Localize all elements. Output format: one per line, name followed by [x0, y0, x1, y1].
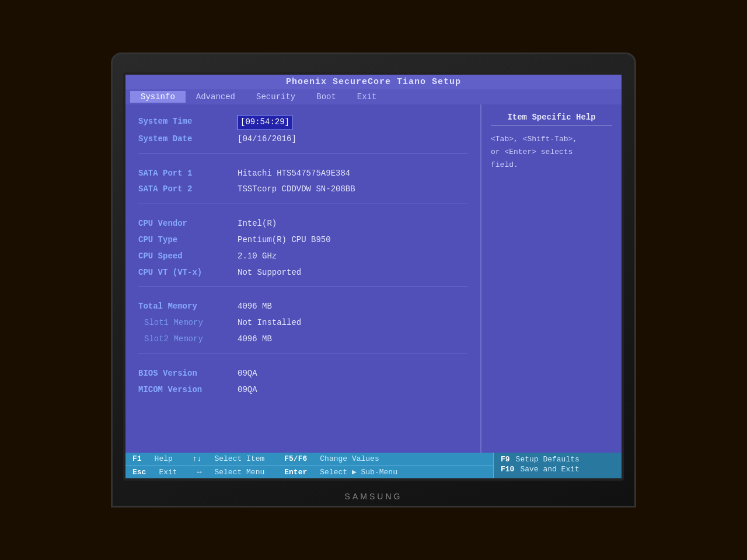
cpu-type-label: CPU Type: [138, 233, 238, 247]
cpu-speed-row: CPU Speed 2.10 GHz: [138, 250, 467, 264]
f9-row: F9 Setup Defaults: [501, 454, 615, 464]
bios-info-panel: System Time [09:54:29] System Date [04/1…: [125, 104, 481, 453]
micom-version-value: 09QA: [238, 383, 257, 397]
f9-key: F9: [501, 455, 510, 464]
sata1-row: SATA Port 1 Hitachi HTS547575A9E384: [138, 167, 467, 181]
cpu-speed-label: CPU Speed: [138, 250, 238, 264]
f10-row: F10 Save and Exit: [501, 464, 615, 474]
menu-item-sysinfo[interactable]: Sysinfo: [130, 91, 186, 103]
bios-title: Phoenix SecureCore Tiano Setup: [125, 75, 622, 89]
select-item-desc: Select Item: [214, 454, 264, 463]
cpu-vt-label: CPU VT (VT-x): [138, 266, 238, 280]
f1-desc: Help: [155, 454, 173, 463]
micom-version-row: MICOM Version 09QA: [138, 383, 467, 397]
slot2-value: 4096 MB: [238, 332, 272, 346]
sata1-label: SATA Port 1: [138, 167, 238, 181]
slot2-row: Slot2 Memory 4096 MB: [138, 332, 467, 346]
status-top: F1 Help ↑↓ Select Item F5/F6 Change Valu…: [125, 453, 493, 466]
bios-title-text: Phoenix SecureCore Tiano Setup: [286, 77, 461, 87]
slot1-value: Not Installed: [238, 316, 301, 330]
status-row-container: F1 Help ↑↓ Select Item F5/F6 Change Valu…: [125, 453, 493, 478]
help-text: <Tab>, <Shift-Tab>,or <Enter> selectsfie…: [491, 133, 612, 172]
setup-defaults-desc: Setup Defaults: [516, 455, 580, 464]
status-bottom: Esc Exit ↔ Select Menu Enter Select ▶ Su…: [125, 466, 493, 478]
change-values-desc: Change Values: [320, 454, 379, 463]
system-date-value: [04/16/2016]: [238, 132, 296, 146]
enter-key: Enter: [284, 468, 307, 477]
cpu-speed-value: 2.10 GHz: [238, 250, 277, 264]
menu-item-advanced[interactable]: Advanced: [186, 91, 246, 103]
cpu-type-row: CPU Type Pentium(R) CPU B950: [138, 233, 467, 247]
bios-version-value: 09QA: [238, 367, 257, 381]
slot1-row: Slot1 Memory Not Installed: [138, 316, 467, 330]
system-date-label: System Date: [138, 132, 238, 146]
menu-item-security[interactable]: Security: [246, 91, 306, 103]
bios-screen: Phoenix SecureCore Tiano Setup Sysinfo A…: [123, 72, 624, 481]
bios-version-row: BIOS Version 09QA: [138, 367, 467, 381]
laptop-body: Phoenix SecureCore Tiano Setup Sysinfo A…: [111, 52, 636, 508]
bios-version-label: BIOS Version: [138, 367, 238, 381]
slot1-label: Slot1 Memory: [138, 316, 238, 330]
sata2-value: TSSTcorp CDDVDW SN-208BB: [238, 183, 355, 197]
total-memory-row: Total Memory 4096 MB: [138, 300, 467, 314]
menu-item-boot[interactable]: Boot: [306, 91, 347, 103]
sata2-label: SATA Port 2: [138, 183, 238, 197]
select-menu-desc: Select Menu: [214, 468, 264, 477]
sata2-row: SATA Port 2 TSSTcorp CDDVDW SN-208BB: [138, 183, 467, 197]
system-time-row: System Time [09:54:29]: [138, 115, 467, 130]
micom-version-label: MICOM Version: [138, 383, 238, 397]
system-time-value[interactable]: [09:54:29]: [238, 115, 292, 130]
updown-key: ↑↓: [193, 454, 202, 463]
bios-help-panel: Item Specific Help <Tab>, <Shift-Tab>,or…: [481, 104, 622, 453]
help-title: Item Specific Help: [491, 113, 612, 126]
f5f6-key: F5/F6: [284, 454, 307, 463]
bios-main-area: System Time [09:54:29] System Date [04/1…: [125, 104, 622, 453]
sata1-value: Hitachi HTS547575A9E384: [238, 167, 350, 181]
bios-menubar: Sysinfo Advanced Security Boot Exit: [125, 89, 622, 104]
esc-desc: Exit: [159, 468, 177, 477]
esc-key: Esc: [132, 468, 146, 477]
leftright-key: ↔: [197, 468, 202, 477]
bios-statusbar: F1 Help ↑↓ Select Item F5/F6 Change Valu…: [125, 453, 622, 478]
system-time-label: System Time: [138, 115, 238, 130]
cpu-vendor-label: CPU Vendor: [138, 217, 238, 231]
slot2-label: Slot2 Memory: [138, 332, 238, 346]
cpu-vendor-row: CPU Vendor Intel(R): [138, 217, 467, 231]
system-date-row: System Date [04/16/2016]: [138, 132, 467, 146]
cpu-vendor-value: Intel(R): [238, 217, 277, 231]
total-memory-label: Total Memory: [138, 300, 238, 314]
f10-key: F10: [501, 465, 514, 474]
cpu-type-value: Pentium(R) CPU B950: [238, 233, 331, 247]
f1-key: F1: [132, 454, 142, 463]
select-submenu-desc: Select ▶ Sub-Menu: [320, 467, 397, 477]
save-exit-desc: Save and Exit: [520, 465, 579, 474]
total-memory-value: 4096 MB: [238, 300, 272, 314]
cpu-vt-value: Not Supported: [238, 266, 301, 280]
menu-item-exit[interactable]: Exit: [347, 91, 388, 103]
cpu-vt-row: CPU VT (VT-x) Not Supported: [138, 266, 467, 280]
status-right-panel: F9 Setup Defaults F10 Save and Exit: [493, 453, 622, 478]
